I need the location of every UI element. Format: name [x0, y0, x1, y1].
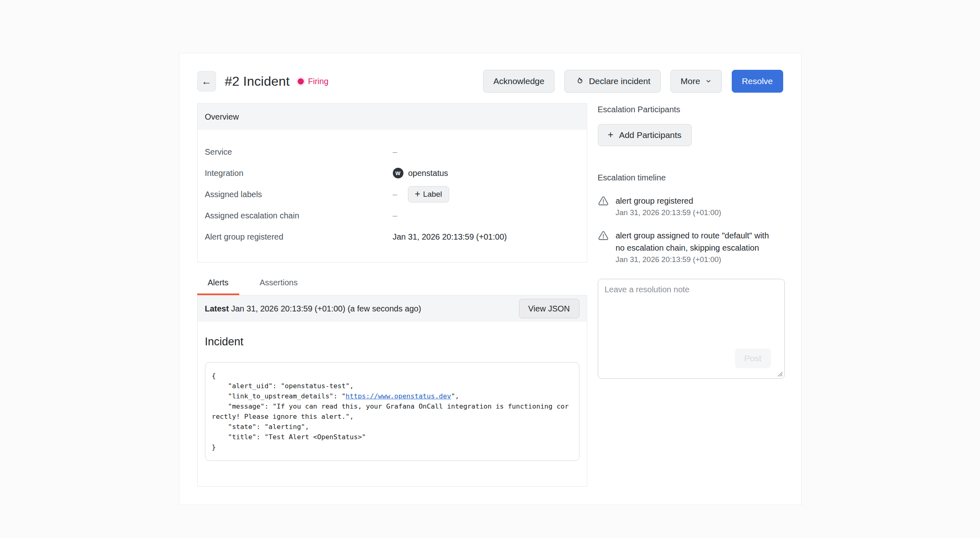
firing-dot-icon [298, 78, 304, 84]
declare-incident-label: Declare incident [589, 76, 650, 86]
latest-alert-text: Latest Jan 31, 2026 20:13:59 (+01:00) (a… [205, 304, 421, 313]
add-participants-button[interactable]: + Add Participants [598, 124, 692, 146]
tab-alerts[interactable]: Alerts [197, 278, 239, 295]
service-value: – [393, 147, 397, 157]
timeline-title: Escalation timeline [598, 173, 785, 182]
timeline-event-content: alert group registered Jan 31, 2026 20:1… [616, 195, 722, 217]
post-note-button[interactable]: Post [735, 349, 771, 368]
timeline-event: alert group assigned to route "default" … [598, 229, 785, 264]
warning-triangle-icon [598, 195, 609, 217]
back-arrow-icon: ← [201, 76, 212, 87]
overview-row-service: Service – [205, 141, 579, 162]
overview-panel: Overview Service – Integration W opensta… [197, 103, 587, 262]
latest-label: Latest [205, 304, 229, 313]
latest-relative-time: (a few seconds ago) [347, 304, 421, 313]
plus-icon: + [608, 130, 613, 140]
overview-panel-header: Overview [198, 104, 587, 130]
upstream-details-link[interactable]: https://www.openstatus.dev [345, 392, 451, 400]
incident-section-title: Incident [205, 336, 579, 348]
chevron-down-icon [705, 78, 712, 84]
latest-timestamp: Jan 31, 2026 20:13:59 (+01:00) [229, 304, 347, 313]
assigned-labels-label: Assigned labels [205, 190, 393, 199]
integration-label: Integration [205, 169, 393, 178]
add-label-button[interactable]: + Label [408, 186, 449, 202]
integration-name[interactable]: openstatus [408, 169, 448, 178]
acknowledge-label: Acknowledge [493, 76, 544, 86]
incident-header: ← #2 Incident Firing Acknowledge Declare… [197, 70, 783, 93]
fire-icon [575, 77, 584, 86]
page-title: #2 Incident [225, 74, 290, 89]
status-badge-label: Firing [308, 77, 328, 86]
escalation-chain-value: – [393, 211, 397, 220]
integration-value: W openstatus [393, 168, 448, 178]
resolve-button[interactable]: Resolve [732, 70, 783, 93]
overview-title: Overview [205, 112, 239, 122]
resolve-label: Resolve [742, 76, 773, 86]
timeline-event-text: alert group registered [616, 195, 722, 207]
acknowledge-button[interactable]: Acknowledge [483, 70, 555, 93]
registered-label: Alert group registered [205, 232, 393, 242]
incident-card: ← #2 Incident Firing Acknowledge Declare… [179, 53, 802, 505]
main-column: Overview Service – Integration W opensta… [197, 103, 587, 487]
service-label: Service [205, 147, 393, 157]
more-label: More [681, 76, 700, 86]
registered-value: Jan 31, 2026 20:13:59 (+01:00) [393, 232, 507, 242]
alert-payload-codeblock: { "alert_uid": "openstatus-test", "link_… [205, 362, 579, 461]
payload-before-link: { "alert_uid": "openstatus-test", "link_… [212, 372, 354, 400]
timeline-event: alert group registered Jan 31, 2026 20:1… [598, 195, 785, 217]
plus-icon: + [415, 189, 420, 199]
alert-tabs: Alerts Assertions [197, 278, 587, 295]
add-participants-label: Add Participants [619, 130, 682, 140]
webhook-integration-icon: W [393, 168, 403, 178]
overview-row-registered: Alert group registered Jan 31, 2026 20:1… [205, 226, 579, 247]
overview-row-assigned-labels: Assigned labels – + Label [205, 184, 579, 205]
more-button[interactable]: More [670, 70, 722, 93]
participants-title: Escalation Participants [598, 105, 785, 114]
timeline-event-time: Jan 31, 2026 20:13:59 (+01:00) [616, 255, 779, 264]
add-label-text: Label [423, 190, 442, 199]
warning-triangle-icon [598, 229, 609, 264]
overview-row-integration: Integration W openstatus [205, 162, 579, 184]
overview-row-escalation-chain: Assigned escalation chain – [205, 205, 579, 226]
timeline-event-text: alert group assigned to route "default" … [616, 229, 779, 254]
view-json-button[interactable]: View JSON [519, 299, 579, 318]
alerts-panel: Latest Jan 31, 2026 20:13:59 (+01:00) (a… [197, 295, 587, 487]
header-actions: Acknowledge Declare incident More [483, 70, 783, 93]
resize-handle[interactable] [777, 371, 783, 377]
header-left: ← #2 Incident Firing [197, 71, 329, 91]
status-badge: Firing [298, 77, 328, 86]
tab-assertions[interactable]: Assertions [249, 278, 308, 295]
alert-payload-json: { "alert_uid": "openstatus-test", "link_… [212, 371, 572, 452]
back-button[interactable]: ← [197, 71, 216, 91]
assigned-labels-value: – [393, 190, 397, 199]
resolution-note-container: Post [598, 279, 785, 379]
latest-alert-bar: Latest Jan 31, 2026 20:13:59 (+01:00) (a… [198, 296, 587, 322]
escalation-chain-label: Assigned escalation chain [205, 211, 393, 220]
payload-after-link: ", "message": "If you can read this, you… [212, 392, 569, 451]
declare-incident-button[interactable]: Declare incident [564, 70, 661, 93]
timeline-event-content: alert group assigned to route "default" … [616, 229, 779, 264]
escalation-sidebar: Escalation Participants + Add Participan… [598, 103, 785, 487]
timeline-event-time: Jan 31, 2026 20:13:59 (+01:00) [616, 208, 722, 217]
